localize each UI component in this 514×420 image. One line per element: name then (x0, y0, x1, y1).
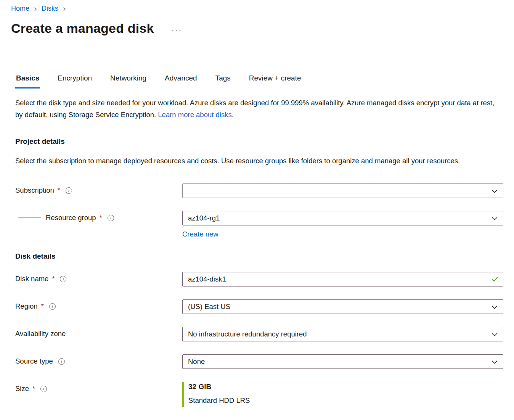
region-label: Region (15, 302, 38, 311)
disk-details-form: Disk name* Regi (15, 272, 503, 407)
size-label-cell: Size* (15, 382, 182, 393)
availability-zone-dropdown[interactable]: No infrastructure redundancy required (182, 327, 503, 341)
chevron-down-icon (491, 359, 498, 367)
subscription-row: Subscription* (15, 183, 503, 198)
source-type-dropdown[interactable]: None (182, 354, 503, 369)
chevron-down-icon (491, 331, 498, 340)
disk-name-row: Disk name* (15, 272, 503, 286)
indent-connector-line (18, 199, 41, 218)
learn-more-disks-link[interactable]: Learn more about disks. (158, 111, 233, 119)
title-row: Create a managed disk ··· (11, 21, 507, 36)
subscription-label: Subscription (15, 186, 54, 195)
valid-check-icon (492, 276, 498, 284)
disk-name-input[interactable] (182, 272, 503, 286)
info-icon[interactable] (40, 386, 47, 392)
resource-group-value: az104-rg1 (188, 214, 220, 222)
create-managed-disk-page: Home Disks Create a managed disk ··· Bas… (0, 0, 514, 407)
chevron-down-icon (491, 188, 498, 196)
subscription-dropdown[interactable] (182, 183, 503, 198)
availability-zone-label-cell: Availability zone (15, 327, 182, 338)
tab-encryption[interactable]: Encryption (57, 72, 93, 89)
page-title: Create a managed disk (11, 21, 154, 36)
resource-group-row: Resource group* az104-rg1 Create new (15, 211, 503, 238)
tab-basics[interactable]: Basics (15, 72, 40, 89)
tab-networking[interactable]: Networking (109, 72, 147, 89)
region-dropdown[interactable]: (US) East US (182, 299, 503, 314)
disk-name-label-cell: Disk name* (15, 272, 182, 283)
intro-body: Select the disk type and size needed for… (15, 99, 494, 119)
disk-name-label: Disk name (15, 275, 48, 283)
availability-zone-value: No infrastructure redundancy required (188, 330, 307, 338)
size-row: Size* 32 GiB Standard HDD LRS (15, 382, 503, 407)
size-summary: 32 GiB Standard HDD LRS (182, 382, 503, 407)
subscription-label-cell: Subscription* (15, 183, 182, 195)
chevron-right-icon (62, 7, 67, 11)
info-icon[interactable] (49, 303, 56, 310)
project-details-heading: Project details (15, 137, 503, 146)
region-label-cell: Region* (15, 299, 182, 311)
source-type-label-cell: Source type (15, 354, 182, 365)
required-asterisk: * (41, 303, 44, 311)
info-icon[interactable] (108, 215, 114, 221)
required-asterisk: * (58, 187, 60, 195)
info-icon[interactable] (66, 187, 72, 194)
create-new-resource-group-link[interactable]: Create new (182, 230, 218, 238)
required-asterisk: * (52, 275, 55, 283)
breadcrumb-home-link[interactable]: Home (11, 5, 29, 13)
size-sku: Standard HDD LRS (188, 396, 503, 405)
info-icon[interactable] (58, 358, 65, 365)
region-row: Region* (US) East US (15, 299, 503, 314)
size-value: 32 GiB (188, 383, 503, 391)
source-type-value: None (188, 357, 205, 366)
disk-details-heading: Disk details (15, 252, 503, 261)
more-options-icon[interactable]: ··· (172, 26, 182, 35)
project-details-form: Subscription* Resource group* (15, 183, 503, 407)
info-icon[interactable] (60, 276, 66, 282)
chevron-down-icon (491, 304, 498, 312)
tab-tags[interactable]: Tags (215, 72, 231, 89)
tab-advanced[interactable]: Advanced (164, 72, 198, 89)
intro-text: Select the disk type and size needed for… (15, 97, 503, 121)
chevron-down-icon (491, 215, 498, 224)
resource-group-dropdown[interactable]: az104-rg1 (182, 211, 503, 225)
required-asterisk: * (100, 214, 102, 222)
breadcrumb: Home Disks (11, 4, 507, 13)
source-type-label: Source type (15, 357, 53, 365)
availability-zone-row: Availability zone No infrastructure redu… (15, 327, 503, 341)
wizard-tabs: Basics Encryption Networking Advanced Ta… (15, 72, 507, 89)
tab-review-create[interactable]: Review + create (248, 72, 302, 89)
region-value: (US) East US (188, 303, 230, 311)
size-label: Size (15, 385, 29, 393)
source-type-row: Source type None (15, 354, 503, 369)
breadcrumb-disks-link[interactable]: Disks (42, 5, 58, 13)
availability-zone-label: Availability zone (15, 330, 66, 338)
required-asterisk: * (32, 385, 35, 393)
chevron-right-icon (33, 7, 38, 11)
project-details-description: Select the subscription to manage deploy… (15, 155, 503, 167)
resource-group-label-cell: Resource group* (15, 211, 182, 222)
